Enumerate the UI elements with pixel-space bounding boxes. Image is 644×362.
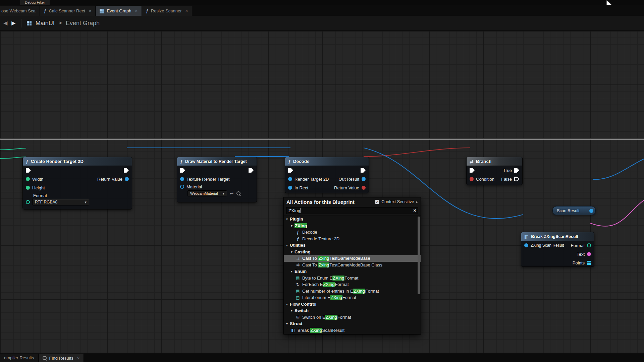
height-pin[interactable] (26, 186, 30, 190)
width-pin[interactable] (26, 177, 30, 181)
node-scan-result-variable[interactable]: Scan Result (552, 206, 596, 215)
expander-icon[interactable]: ▾ (291, 309, 292, 312)
action-category[interactable]: ▾Utilities (284, 242, 421, 249)
debug-filter-button[interactable]: Debug Filter (20, 0, 50, 5)
node-break-zxing-scan-result[interactable]: ◧ Break ZXingScanResult ZXing Scan Resul… (521, 232, 594, 267)
action-item[interactable]: ◧Break ZXingScanResult (284, 327, 421, 334)
close-icon[interactable]: × (89, 8, 92, 13)
branch-icon: ⇄ (470, 159, 474, 164)
exec-out-pin[interactable] (249, 168, 254, 173)
action-item[interactable]: ▤Literal enum EZXingFormat (284, 294, 421, 301)
tab-event-graph[interactable]: Event Graph × (96, 6, 142, 16)
node-branch[interactable]: ⇄ Branch True Condition False (466, 157, 523, 185)
action-search-input[interactable]: ZXing × (286, 207, 418, 214)
action-item[interactable]: ⇉Cast To ZxingTestGameModeBase (284, 255, 421, 262)
browse-asset-icon[interactable] (236, 191, 241, 196)
node-draw-material-to-render-target[interactable]: ƒ Draw Material to Render Target Texture… (177, 157, 257, 202)
exec-out-pin[interactable] (361, 168, 366, 173)
back-arrow-icon[interactable]: ◀ (3, 20, 7, 26)
expander-icon[interactable]: ▾ (286, 217, 288, 221)
action-category[interactable]: ▾Enum (284, 268, 421, 275)
action-list: ▾Plugin▾ZXingƒDecodeƒDecode Texture 2D▾U… (284, 216, 421, 334)
exec-out-pin[interactable] (124, 168, 129, 173)
action-label: Decode (302, 230, 317, 235)
tab-compiler-results[interactable]: ompiler Results (0, 354, 39, 362)
texture-render-target-pin[interactable] (180, 177, 184, 181)
render-target-2d-pin[interactable] (288, 177, 292, 181)
material-pin[interactable] (180, 185, 184, 189)
breadcrumb-current[interactable]: Event Graph (66, 20, 100, 27)
switch-icon: ⊞ (296, 315, 300, 319)
action-item[interactable]: ƒDecode Texture 2D (284, 236, 421, 242)
expander-icon[interactable]: ▾ (286, 243, 288, 247)
return-value-pin[interactable] (125, 177, 129, 181)
scan-result-output-pin[interactable] (589, 209, 593, 213)
exec-in-pin[interactable] (288, 168, 293, 173)
tab-resize-scanner[interactable]: ƒ Resize Scanner × (142, 6, 192, 16)
action-item[interactable]: ⇉Cast To ZxingTestGameModeBase Class (284, 262, 421, 268)
format-pin[interactable] (587, 243, 591, 247)
action-item[interactable]: ▤Byte to Enum EZXingFormat (284, 275, 421, 282)
clear-search-icon[interactable]: × (413, 207, 416, 213)
node-create-render-target-2d[interactable]: ƒ Create Render Target 2D Width Return V… (22, 157, 132, 209)
condition-pin[interactable] (470, 177, 474, 181)
action-category[interactable]: ▾Struct (284, 320, 421, 327)
zxing-scan-result-pin[interactable] (524, 243, 528, 247)
pin-label: True (503, 168, 512, 173)
exec-in-pin[interactable] (470, 168, 475, 173)
points-array-pin[interactable] (587, 261, 591, 265)
expander-icon[interactable]: ▾ (286, 302, 288, 306)
close-icon[interactable]: × (135, 8, 138, 13)
more-options-icon[interactable]: ▸ (416, 200, 418, 204)
expander-icon[interactable]: ▾ (286, 322, 288, 325)
text-pin[interactable] (587, 252, 591, 256)
node-header: ◧ Break ZXingScanResult (521, 232, 594, 241)
action-category[interactable]: ▾Flow Control (284, 301, 421, 308)
function-icon: ƒ (26, 159, 29, 164)
expander-icon[interactable]: ▾ (291, 269, 292, 273)
function-icon: ƒ (146, 8, 149, 13)
function-icon: ƒ (180, 159, 183, 164)
action-category[interactable]: ▾Switch (284, 307, 421, 314)
action-item[interactable]: ⊞Switch on EZXingFormat (284, 314, 421, 321)
graph-icon (100, 9, 104, 13)
use-selected-asset-icon[interactable]: ↩ (230, 191, 234, 196)
tab-calc-scanner-rect[interactable]: ƒ Calc Scanner Rect × (40, 6, 96, 16)
close-icon[interactable]: × (77, 356, 80, 361)
close-icon[interactable]: × (185, 8, 188, 13)
enum-icon: ▤ (296, 295, 300, 300)
expander-icon[interactable]: ▾ (291, 250, 292, 254)
scrollbar[interactable] (418, 217, 420, 294)
tab-webcam-scan[interactable]: ose Webcam Sca (0, 6, 40, 16)
action-label: Plugin (290, 217, 303, 222)
return-value-pin[interactable] (362, 186, 366, 190)
material-asset-select[interactable]: WebcamMaterial ▾ (187, 190, 227, 196)
expander-icon[interactable]: ▾ (291, 224, 292, 228)
breadcrumb-root[interactable]: MainUI (36, 20, 55, 27)
tab-label: Calc Scanner Rect (49, 8, 85, 13)
action-label: ZXing (294, 223, 307, 228)
action-item[interactable]: ƒDecode (284, 229, 421, 236)
text-caret (301, 208, 301, 213)
graph-canvas[interactable]: WIDGET BLUEP ƒ Create Render Target 2D W… (0, 31, 644, 353)
format-pin[interactable] (26, 200, 30, 204)
node-title: Draw Material to Render Target (185, 159, 247, 164)
format-select[interactable]: RTF RGBA8 ▾ (32, 199, 89, 205)
node-decode[interactable]: ƒ Decode Render Target 2D Out Result In … (285, 157, 369, 193)
action-label: Enum (294, 269, 307, 274)
context-sensitive-checkbox[interactable]: ✓ (375, 200, 379, 204)
true-exec-pin[interactable] (514, 168, 519, 173)
exec-in-pin[interactable] (180, 168, 185, 173)
action-category[interactable]: ▾Plugin (284, 216, 421, 223)
function-icon: ƒ (288, 159, 291, 164)
action-item[interactable]: ↻ForEach EZXingFormat (284, 281, 421, 288)
action-item[interactable]: ▤Get number of entries in EZXingFormat (284, 288, 421, 295)
exec-in-pin[interactable] (26, 168, 31, 173)
in-rect-pin[interactable] (288, 186, 292, 190)
action-category[interactable]: ▾Casting (284, 249, 421, 255)
out-result-pin[interactable] (362, 177, 366, 181)
tab-find-results[interactable]: Find Results × (39, 354, 84, 362)
false-exec-pin[interactable] (514, 177, 519, 181)
action-category[interactable]: ▾ZXing (284, 223, 421, 229)
forward-arrow-icon[interactable]: ▶ (11, 20, 15, 26)
